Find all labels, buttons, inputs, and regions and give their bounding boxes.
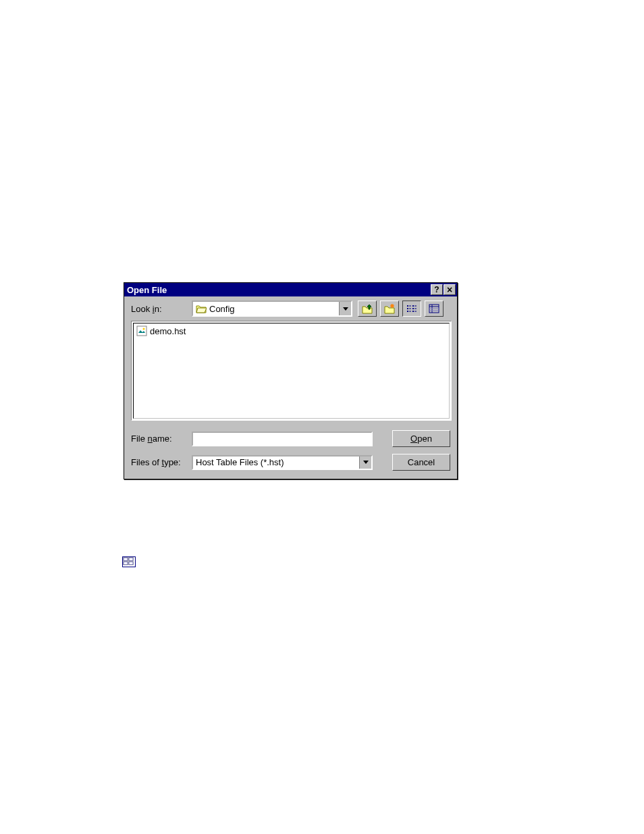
svg-rect-27 xyxy=(129,562,133,565)
close-button[interactable]: × xyxy=(444,284,456,295)
svg-rect-8 xyxy=(412,308,414,309)
look-in-dropdown-arrow[interactable] xyxy=(339,302,351,315)
titlebar-text: Open File xyxy=(126,285,167,295)
file-type-row: Files of type: Host Table Files (*.hst) … xyxy=(131,454,450,471)
svg-rect-6 xyxy=(407,311,408,312)
look-in-value: Config xyxy=(193,302,339,315)
look-in-dropdown[interactable]: Config xyxy=(192,301,352,317)
cancel-button-label: Cancel xyxy=(408,457,435,467)
svg-point-22 xyxy=(143,328,145,330)
file-icon xyxy=(136,325,147,336)
open-file-dialog: Open File ? × Look in: xyxy=(124,282,458,479)
open-button[interactable]: Open xyxy=(392,430,450,447)
files-of-type-label: Files of type: xyxy=(131,457,192,467)
svg-rect-7 xyxy=(412,305,414,307)
file-name-input[interactable] xyxy=(192,432,373,446)
files-of-type-value: Host Table Files (*.hst) xyxy=(193,457,359,469)
list-item[interactable]: demo.hst xyxy=(135,325,448,337)
folder-open-icon xyxy=(196,304,207,313)
file-name-row: File name: Open xyxy=(131,430,450,447)
help-icon: ? xyxy=(434,285,439,294)
look-in-label: Look in: xyxy=(131,304,192,314)
titlebar: Open File ? × xyxy=(124,283,457,296)
look-in-folder-text: Config xyxy=(209,304,235,314)
svg-rect-26 xyxy=(124,562,128,565)
details-view-button[interactable] xyxy=(425,301,444,317)
svg-rect-25 xyxy=(129,558,133,561)
app-icon xyxy=(122,556,136,567)
files-of-type-arrow[interactable] xyxy=(359,457,371,469)
dialog-body: Look in: Config xyxy=(124,296,457,479)
file-list[interactable]: demo.hst xyxy=(131,321,452,421)
file-item-label: demo.hst xyxy=(150,326,186,336)
open-button-label: Open xyxy=(410,434,432,444)
svg-rect-21 xyxy=(137,326,146,336)
look-in-toolbar xyxy=(358,301,444,317)
bottom-rows: File name: Open Files of type: Host Tabl… xyxy=(131,430,450,471)
titlebar-buttons: ? × xyxy=(430,284,456,295)
look-in-row: Look in: Config xyxy=(131,301,450,317)
cancel-button[interactable]: Cancel xyxy=(392,454,450,471)
new-folder-button[interactable] xyxy=(380,301,399,317)
help-button[interactable]: ? xyxy=(431,284,443,295)
files-of-type-select[interactable]: Host Table Files (*.hst) xyxy=(192,455,373,470)
list-view-button[interactable] xyxy=(402,301,421,317)
svg-rect-4 xyxy=(407,305,408,307)
svg-rect-5 xyxy=(407,308,408,309)
new-folder-icon xyxy=(383,303,396,314)
details-view-icon xyxy=(428,303,440,314)
close-icon: × xyxy=(447,286,452,294)
list-view-icon xyxy=(406,303,418,314)
up-folder-icon xyxy=(361,303,373,314)
up-one-level-button[interactable] xyxy=(358,301,377,317)
chevron-down-icon xyxy=(363,461,369,464)
svg-rect-9 xyxy=(412,311,414,312)
chevron-down-icon xyxy=(343,307,348,311)
file-name-label: File name: xyxy=(131,434,192,444)
svg-rect-24 xyxy=(124,558,128,561)
